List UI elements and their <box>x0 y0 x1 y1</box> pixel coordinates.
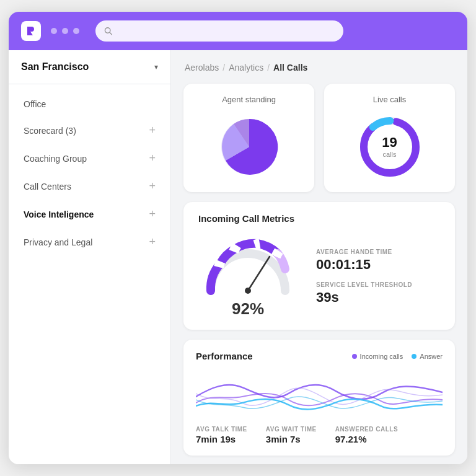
plus-icon: + <box>149 124 156 137</box>
plus-icon: + <box>149 208 156 221</box>
logo <box>21 21 41 41</box>
sidebar-item-coaching[interactable]: Coaching Group + <box>9 144 170 172</box>
performance-chart <box>196 369 443 418</box>
gauge-chart <box>198 235 298 297</box>
avg-handle-item: AVERAGE HANDE TIME 00:01:15 <box>316 249 412 273</box>
sidebar-item-label: Office <box>24 99 46 109</box>
service-level-value: 39s <box>316 289 412 306</box>
dot-2 <box>62 28 68 34</box>
legend-incoming: Incoming calls <box>352 353 403 360</box>
donut-center: 19 calls <box>382 134 397 159</box>
sidebar-item-office[interactable]: Office <box>9 92 170 117</box>
service-level-item: SERVICE LEVEL THRESHOLD 39s <box>316 281 412 306</box>
sidebar-item-callcenters[interactable]: Call Centers + <box>9 172 170 200</box>
performance-header: Performance Incoming calls Answer <box>196 351 443 361</box>
window-dots <box>51 28 79 34</box>
legend-dot-incoming <box>352 354 357 359</box>
metrics-body: 92% AVERAGE HANDE TIME 00:01:15 SERVICE … <box>198 235 440 319</box>
sidebar-nav: Office Scorecard (3) + Coaching Group + … <box>9 84 170 263</box>
avg-handle-label: AVERAGE HANDE TIME <box>316 249 412 255</box>
legend-label-incoming: Incoming calls <box>360 353 403 360</box>
breadcrumb: Aerolabs / Analytics / All Calls <box>183 63 455 73</box>
avg-handle-value: 00:01:15 <box>316 257 412 273</box>
cards-row: Agent standing <box>183 84 455 192</box>
perf-stat-label-wait: AVG WAIT TIME <box>266 426 317 433</box>
perf-stat-talk: AVG TALK TIME 7min 19s <box>196 426 247 444</box>
perf-stat-answered: ANSWERED CALLS 97.21% <box>335 426 398 444</box>
sidebar-item-label: Voice Inteligence <box>24 209 94 219</box>
agent-standing-title: Agent standing <box>196 95 302 104</box>
sidebar-item-label: Scorecard (3) <box>24 126 76 136</box>
live-calls-title: Live calls <box>337 95 443 104</box>
sidebar-item-voice[interactable]: Voice Inteligence + <box>9 200 170 228</box>
svg-point-7 <box>245 288 251 294</box>
perf-stat-label-answered: ANSWERED CALLS <box>335 426 398 433</box>
perf-stat-wait: AVG WAIT TIME 3min 7s <box>266 426 317 444</box>
live-calls-number: 19 <box>382 134 397 151</box>
main-area: San Francisco ▾ Office Scorecard (3) + C… <box>9 50 467 464</box>
chart-area <box>196 369 443 418</box>
svg-line-6 <box>248 257 270 291</box>
location-header[interactable]: San Francisco ▾ <box>9 50 170 84</box>
location-title: San Francisco <box>21 61 89 73</box>
breadcrumb-analytics[interactable]: Analytics <box>229 63 263 73</box>
live-calls-unit: calls <box>382 151 397 159</box>
sidebar: San Francisco ▾ Office Scorecard (3) + C… <box>9 50 171 464</box>
performance-card: Performance Incoming calls Answer <box>183 340 455 456</box>
top-bar <box>9 12 467 50</box>
breadcrumb-sep-2: / <box>267 63 270 73</box>
perf-stat-value-wait: 3min 7s <box>266 434 317 444</box>
service-level-label: SERVICE LEVEL THRESHOLD <box>316 281 412 288</box>
dot-3 <box>73 28 79 34</box>
search-icon <box>104 27 112 35</box>
svg-line-1 <box>110 32 112 34</box>
plus-icon: + <box>149 236 156 249</box>
sidebar-item-label: Coaching Group <box>24 154 87 164</box>
perf-stat-label-talk: AVG TALK TIME <box>196 426 247 433</box>
content-area: Aerolabs / Analytics / All Calls Agent s… <box>171 50 467 464</box>
breadcrumb-sep-1: / <box>223 63 225 73</box>
search-input[interactable] <box>117 26 335 36</box>
sidebar-item-label: Privacy and Legal <box>24 237 92 247</box>
live-calls-container: 19 calls <box>337 113 443 181</box>
gauge-container: 92% <box>198 235 298 319</box>
donut-wrapper: 19 calls <box>359 116 421 178</box>
sidebar-item-label: Call Centers <box>24 182 71 192</box>
chevron-down-icon: ▾ <box>154 63 158 71</box>
breadcrumb-current: All Calls <box>273 63 307 73</box>
legend-dot-answer <box>412 354 416 359</box>
sidebar-item-privacy[interactable]: Privacy and Legal + <box>9 228 170 256</box>
incoming-metrics-card: Incoming Call Metrics <box>183 202 455 330</box>
perf-stat-value-talk: 7min 19s <box>196 434 247 444</box>
metrics-card-title: Incoming Call Metrics <box>198 213 440 224</box>
plus-icon: + <box>149 180 156 193</box>
agent-standing-chart <box>215 113 283 181</box>
search-bar[interactable] <box>95 20 343 42</box>
plus-icon: + <box>149 152 156 165</box>
app-container: San Francisco ▾ Office Scorecard (3) + C… <box>9 12 467 464</box>
legend-label-answer: Answer <box>420 353 443 360</box>
live-calls-card: Live calls 19 <box>324 84 455 192</box>
agent-standing-card: Agent standing <box>183 84 314 192</box>
legend-answer: Answer <box>412 353 443 360</box>
breadcrumb-aerolabs[interactable]: Aerolabs <box>185 63 219 73</box>
perf-stats: AVG TALK TIME 7min 19s AVG WAIT TIME 3mi… <box>196 426 443 444</box>
legend: Incoming calls Answer <box>352 353 443 360</box>
sidebar-item-scorecard[interactable]: Scorecard (3) + <box>9 117 170 144</box>
perf-stat-value-answered: 97.21% <box>335 434 398 444</box>
perf-title: Performance <box>196 351 253 361</box>
pie-container <box>196 113 302 181</box>
metrics-right: AVERAGE HANDE TIME 00:01:15 SERVICE LEVE… <box>316 249 412 306</box>
gauge-pct: 92% <box>232 299 264 319</box>
dot-1 <box>51 28 57 34</box>
